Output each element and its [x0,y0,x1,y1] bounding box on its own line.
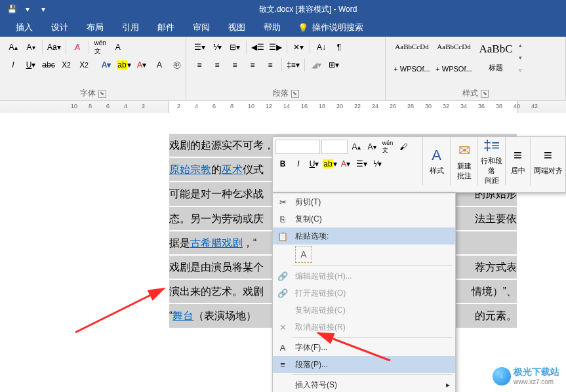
multilevel-button[interactable]: ⊟▾ [227,39,243,55]
tab-mailings[interactable]: 邮件 [148,18,184,37]
mini-center-button[interactable]: ≡ 居中 [505,137,530,186]
cm-copy-link[interactable]: 复制超链接(C) [273,302,455,319]
highlight-button[interactable]: ab▾ [116,57,132,73]
tab-review[interactable]: 审阅 [184,18,219,37]
cm-edit-link[interactable]: 🔗编辑超链接(H)... [273,267,455,284]
mini-font-input[interactable] [275,140,320,154]
save-icon[interactable]: 💾 [5,3,18,16]
cm-paste-options[interactable]: 📋粘贴选项: [273,227,455,245]
tab-insert[interactable]: 插入 [7,18,42,37]
cm-font[interactable]: A字体(F)... [273,339,455,356]
mini-size-input[interactable] [321,140,348,154]
sort-button[interactable]: A↓ [313,39,329,55]
justify-button[interactable]: ≡ [245,57,260,73]
bullets-button[interactable]: ☰▾ [192,39,207,55]
ribbon: A▴ A▾ Aa▾ A̸ wén文 A I U▾ abc X2 X2 A▾ ab… [0,37,566,101]
mini-styles-button[interactable]: A 样式 [422,137,450,186]
mini-highlight-icon[interactable]: ab▾ [323,157,337,171]
mini-justify-button[interactable]: ≡ 两端对齐 [530,137,565,186]
link-stage[interactable]: 舞台 [172,310,193,321]
cm-copy[interactable]: ⎘复制(C) [273,210,455,227]
style-item-2[interactable]: AaBbCcDd + WPSOf... [433,39,475,76]
char-border-button[interactable]: A [110,39,126,55]
shading-button[interactable]: ◢▾ [308,57,324,73]
link-greek[interactable]: 古希腊戏剧 [190,237,243,248]
increase-indent-button[interactable]: ☰▶ [268,39,283,55]
horizontal-ruler[interactable]: /* filled below */ 108642246810121416182… [0,101,566,113]
grow-font-button[interactable]: A▴ [5,39,21,55]
clear-format-button[interactable]: A̸ [70,39,85,55]
tab-help[interactable]: 帮助 [254,18,290,37]
ruler-tick: 26 [390,103,396,109]
line-spacing-button[interactable]: ‡≡▾ [285,57,301,73]
show-marks-button[interactable]: ¶ [331,39,347,55]
cm-remove-link[interactable]: ✕取消超链接(R) [273,319,455,336]
more-icon[interactable]: ▾ [37,3,50,16]
ruler-tick: 30 [425,103,432,109]
style-item-1[interactable]: AaBbCcDd + WPSOf... [391,39,433,76]
link-wushu[interactable]: 巫术 [222,164,243,175]
cm-paragraph[interactable]: ≡段落(P)... [273,356,455,373]
mini-shrink-font-icon[interactable]: A▾ [365,140,379,154]
mini-grow-font-icon[interactable]: A▴ [349,140,363,154]
quick-access-toolbar: 💾 ▾ ▾ [0,3,50,16]
paragraph-dialog-launcher[interactable]: ⬊ [291,90,299,98]
enclose-char-button[interactable]: ㊥ [169,57,185,73]
window-title: 散文.docx [兼容模式] - Word [50,4,566,15]
font-color-button[interactable]: A▾ [134,57,150,73]
copy-icon: ⎘ [277,214,289,224]
italic-button[interactable]: I [5,57,21,73]
remove-link-icon: ✕ [277,323,289,332]
tell-me-search[interactable]: 💡 操作说明搜索 [298,22,363,33]
style-item-3[interactable]: AaBbC 标题 [475,39,517,76]
align-right-button[interactable]: ≡ [227,57,243,73]
change-case-button[interactable]: Aa▾ [46,39,62,55]
cm-insert-symbol[interactable]: 插入符号(S)▸ [273,376,455,392]
mini-underline-icon[interactable]: U▾ [307,157,321,171]
strikethrough-button[interactable]: abc [41,57,56,73]
align-center-button[interactable]: ≡ [209,57,225,73]
borders-button[interactable]: ⊞▾ [326,57,342,73]
link-religion[interactable]: 原始宗教 [169,164,211,175]
mini-line-spacing-button[interactable]: ‡≡ 行和段落 间距 [477,137,505,186]
text-effects-button[interactable]: A▾ [98,57,114,73]
asian-layout-button[interactable]: ✕▾ [291,39,306,55]
cm-open-link[interactable]: 🔗打开超链接(O) [273,284,455,302]
mini-italic-icon[interactable]: I [291,157,306,171]
dropdown-icon[interactable]: ▾ [21,3,34,16]
numbering-button[interactable]: ⅟▾ [209,39,225,55]
tab-design[interactable]: 设计 [42,18,77,37]
superscript-button[interactable]: X2 [76,57,92,73]
font-dialog-launcher[interactable]: ⬊ [98,90,106,98]
cut-icon: ✂ [277,197,289,207]
ruler-tick: 6 [212,103,216,109]
mini-format-painter-icon[interactable]: 🖌 [396,140,411,154]
phonetic-button[interactable]: wén文 [92,39,108,55]
tab-references[interactable]: 引用 [113,18,148,37]
tab-layout[interactable]: 布局 [77,18,113,37]
cm-cut[interactable]: ✂剪切(T) [273,193,455,210]
shrink-font-button[interactable]: A▾ [23,39,39,55]
styles-gallery-more[interactable]: ▴▾▿ [519,39,528,76]
char-shading-button[interactable]: A [152,57,167,73]
mini-bold-icon[interactable]: B [275,157,290,171]
underline-button[interactable]: U▾ [23,57,39,73]
mini-font-color-icon[interactable]: A▾ [338,157,353,171]
tab-view[interactable]: 视图 [219,18,254,37]
mini-new-comment-button[interactable]: ✉ 新建 批注 [450,137,477,186]
subscript-button[interactable]: X2 [58,57,74,73]
cm-paste-text-only[interactable]: A [295,246,312,263]
mini-phonetic-icon[interactable]: wén文 [380,140,395,154]
ruler-tick: 24 [372,103,378,109]
mini-numbering-icon[interactable]: ⅟▾ [370,157,384,171]
styles-dialog-launcher[interactable]: ⬊ [481,90,489,98]
styles-group: AaBbCcDd + WPSOf... AaBbCcDd + WPSOf... … [386,37,566,100]
ruler-tick: 22 [354,103,361,109]
bulb-icon: 💡 [298,23,308,33]
distribute-button[interactable]: ≡ [262,57,278,73]
ruler-tick: 36 [478,103,485,109]
decrease-indent-button[interactable]: ◀☰ [250,39,266,55]
align-left-button[interactable]: ≡ [192,57,207,73]
styles-icon: A [432,147,441,164]
mini-bullets-icon[interactable]: ☰▾ [354,157,369,171]
